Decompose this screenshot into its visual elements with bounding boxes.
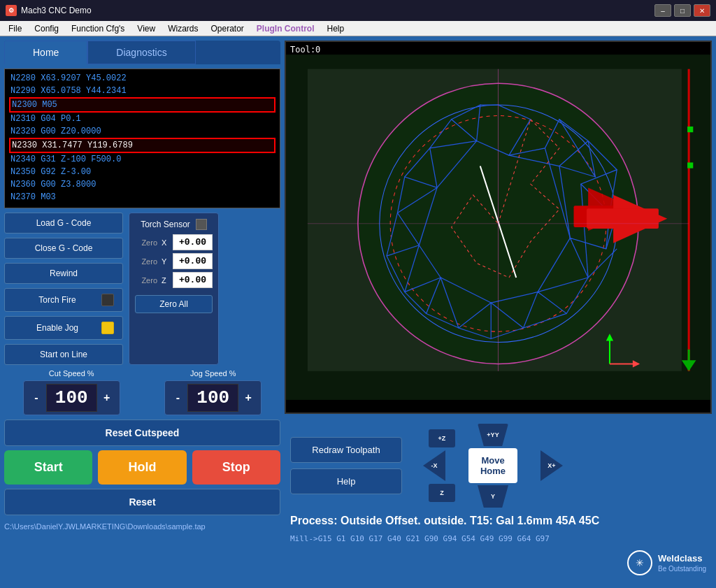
svg-rect-39: [687, 162, 693, 168]
jog-speed-box: Jog Speed % - 100 +: [146, 369, 281, 415]
tab-diagnostics[interactable]: Diagnostics: [87, 41, 195, 64]
title-bar: ⚙ Mach3 CNC Demo – □ ✕: [0, 0, 716, 21]
left-panel: Home Diagnostics N2280 X63.9207 Y45.0022…: [4, 41, 280, 584]
close-button[interactable]: ✕: [694, 4, 710, 17]
gcode-line-2: N2300 M05: [9, 97, 275, 113]
jog-speed-label: Jog Speed %: [190, 369, 236, 378]
sensor-zero-x-label: Zero: [135, 238, 157, 247]
cnc-toolpath-svg: [286, 42, 710, 413]
torch-fire-indicator: [101, 294, 114, 306]
right-panel: Tool:0: [285, 41, 712, 584]
menu-config[interactable]: Config: [29, 22, 64, 35]
hold-button[interactable]: Hold: [98, 450, 186, 485]
redraw-toolpath-button[interactable]: Redraw Toolpath: [290, 437, 402, 463]
cut-speed-box: Cut Speed % - 100 +: [4, 369, 139, 415]
tab-header: Home Diagnostics: [4, 41, 280, 64]
file-path: C:\Users\DanielY.JWLMARKETING\Downloads\…: [4, 519, 280, 533]
reset-cutspeed-button[interactable]: Reset Cutspeed: [4, 420, 280, 446]
nav-z-plus-button[interactable]: +Z: [429, 429, 455, 447]
cut-speed-control: - 100 +: [23, 380, 120, 415]
tool-label: Tool:0: [290, 45, 320, 55]
app-icon: ⚙: [6, 5, 17, 16]
gcode-line-4: N2320 G00 Z20.0000: [9, 125, 275, 138]
minimize-button[interactable]: –: [654, 4, 671, 17]
close-gcode-button[interactable]: Close G - Code: [4, 238, 123, 259]
gcode-line-9: N2370 M03: [9, 191, 275, 203]
menu-view[interactable]: View: [131, 22, 161, 35]
nav-y-plus-button[interactable]: +Y Y: [478, 424, 508, 446]
enable-jog-indicator: [101, 322, 114, 334]
gcode-line-6: N2340 G31 Z-100 F500.0: [9, 153, 275, 166]
nav-y-minus-button[interactable]: Y: [478, 485, 508, 508]
nav-z-minus-button[interactable]: Z: [429, 484, 455, 502]
buttons-section: Load G - Code Close G - Code Rewind Torc…: [4, 213, 280, 365]
weldclass-brand: Weldclass Be Outstanding: [658, 553, 706, 573]
svg-rect-38: [687, 127, 693, 132]
stop-button[interactable]: Stop: [192, 450, 280, 485]
utility-buttons: Redraw Toolpath Help: [290, 437, 402, 494]
sensor-value-x[interactable]: +0.00: [173, 234, 213, 250]
enable-jog-button[interactable]: Enable Jog: [4, 316, 123, 340]
torch-sensor-title: Torch Sensor: [135, 219, 213, 230]
jog-speed-minus[interactable]: -: [171, 392, 185, 404]
process-description: Process: Outside Offset. outside. T15: G…: [290, 512, 706, 530]
gcode-line-3: N2310 G04 P0.1: [9, 113, 275, 125]
app-title: Mach3 CNC Demo: [21, 6, 92, 15]
gcode-line-5: N2330 X31.7477 Y119.6789: [9, 138, 275, 153]
menu-bar: File Config Function Cfg's View Wizards …: [0, 21, 716, 36]
content-area: Home Diagnostics N2280 X63.9207 Y45.0022…: [0, 36, 716, 588]
jog-speed-plus[interactable]: +: [241, 392, 255, 404]
process-code: Mill->G15 G1 G10 G17 G40 G21 G90 G94 G54…: [290, 534, 706, 543]
cut-speed-label: Cut Speed %: [49, 369, 94, 378]
bottom-row1: Redraw Toolpath Help +Y Y -X Move: [290, 424, 706, 508]
cnc-canvas-area: Tool:0: [285, 41, 712, 414]
start-button[interactable]: Start: [4, 450, 92, 485]
menu-help[interactable]: Help: [322, 22, 350, 35]
svg-rect-34: [587, 208, 659, 229]
title-bar-left: ⚙ Mach3 CNC Demo: [6, 5, 92, 16]
cut-speed-minus[interactable]: -: [29, 392, 43, 404]
sensor-value-z[interactable]: +0.00: [173, 272, 213, 288]
sensor-zero-y-label: Zero: [135, 257, 157, 266]
menu-operator[interactable]: Operator: [206, 22, 250, 35]
weldclass-icon: ✳: [627, 550, 652, 575]
action-buttons: Start Hold Stop: [4, 450, 280, 485]
navigation-diamond: +Y Y -X Move Home X+ Y: [423, 424, 563, 508]
sensor-row-z: Zero Z +0.00: [135, 272, 213, 288]
sensor-row-x: Zero X +0.00: [135, 234, 213, 250]
weldclass-logo-area: ✳ Weldclass Be Outstanding: [290, 547, 706, 578]
nav-x-plus-button[interactable]: X+: [540, 450, 563, 481]
left-buttons: Load G - Code Close G - Code Rewind Torc…: [4, 213, 123, 365]
gcode-display[interactable]: N2280 X63.9207 Y45.0022 N2290 X65.0758 Y…: [4, 69, 280, 208]
main-window: Home Diagnostics N2280 X63.9207 Y45.0022…: [0, 36, 716, 588]
menu-file[interactable]: File: [3, 22, 27, 35]
jog-speed-control: - 100 +: [164, 380, 262, 415]
sensor-value-y[interactable]: +0.00: [173, 253, 213, 269]
load-gcode-button[interactable]: Load G - Code: [4, 213, 123, 234]
move-home-button[interactable]: Move Home: [468, 448, 517, 483]
tab-home[interactable]: Home: [4, 41, 87, 64]
help-button[interactable]: Help: [290, 468, 402, 494]
window-controls: – □ ✕: [654, 4, 710, 17]
zero-all-button[interactable]: Zero All: [135, 295, 213, 313]
bottom-controls: Redraw Toolpath Help +Y Y -X Move: [285, 418, 712, 584]
gcode-line-0: N2280 X63.9207 Y45.0022: [9, 72, 275, 85]
gcode-line-7: N2350 G92 Z-3.00: [9, 166, 275, 178]
menu-function-cfgs[interactable]: Function Cfg's: [66, 22, 130, 35]
nav-x-minus-button[interactable]: -X: [423, 450, 445, 481]
menu-wizards[interactable]: Wizards: [162, 22, 203, 35]
start-on-line-button[interactable]: Start on Line: [4, 344, 123, 365]
sensor-zero-z-label: Zero: [135, 276, 157, 285]
menu-plugin-control[interactable]: PlugIn Control: [251, 22, 320, 35]
reset-button[interactable]: Reset: [4, 489, 280, 515]
sensor-axis-y-label: Y: [162, 257, 169, 266]
cut-speed-plus[interactable]: +: [100, 392, 114, 404]
torch-fire-button[interactable]: Torch Fire: [4, 288, 123, 312]
sensor-axis-z-label: Z: [162, 276, 169, 285]
torch-sensor-box: Torch Sensor Zero X +0.00 Zero Y +0.00: [129, 213, 219, 365]
maximize-button[interactable]: □: [674, 4, 691, 17]
gcode-line-1: N2290 X65.0758 Y44.2341: [9, 85, 275, 97]
rewind-button[interactable]: Rewind: [4, 263, 123, 284]
sensor-axis-x-label: X: [162, 238, 169, 247]
torch-sensor-indicator: [196, 219, 207, 230]
